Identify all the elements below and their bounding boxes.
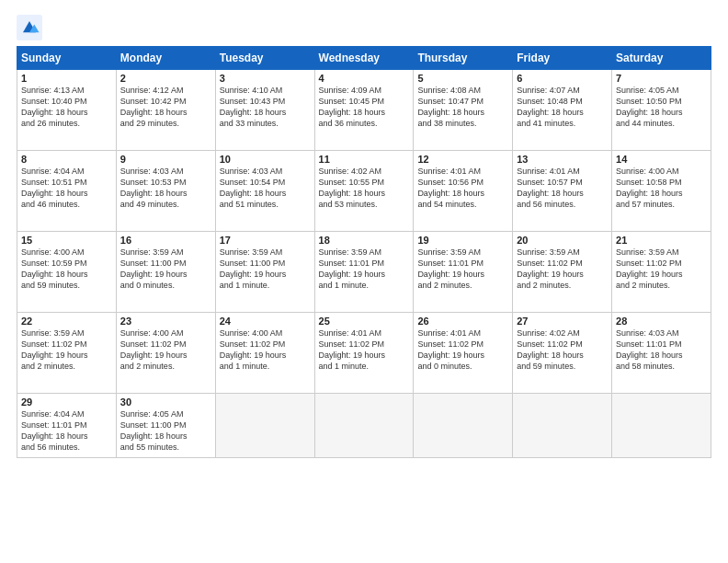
day-number: 2 xyxy=(120,73,211,84)
week-row-3: 15Sunrise: 4:00 AM Sunset: 10:59 PM Dayl… xyxy=(17,232,711,313)
calendar-cell: 4Sunrise: 4:09 AM Sunset: 10:45 PM Dayli… xyxy=(314,70,414,151)
day-info: Sunrise: 3:59 AM Sunset: 11:01 PM Daylig… xyxy=(417,247,508,292)
calendar: SundayMondayTuesdayWednesdayThursdayFrid… xyxy=(17,46,711,458)
calendar-cell: 23Sunrise: 4:00 AM Sunset: 11:02 PM Dayl… xyxy=(116,313,215,394)
calendar-cell: 17Sunrise: 3:59 AM Sunset: 11:00 PM Dayl… xyxy=(215,232,314,313)
day-number: 7 xyxy=(616,73,707,84)
day-number: 4 xyxy=(319,73,410,84)
day-info: Sunrise: 4:03 AM Sunset: 10:54 PM Daylig… xyxy=(220,166,311,211)
calendar-cell: 12Sunrise: 4:01 AM Sunset: 10:56 PM Dayl… xyxy=(414,151,513,232)
calendar-cell: 20Sunrise: 3:59 AM Sunset: 11:02 PM Dayl… xyxy=(513,232,612,313)
calendar-cell: 27Sunrise: 4:02 AM Sunset: 11:02 PM Dayl… xyxy=(513,313,612,394)
calendar-cell: 25Sunrise: 4:01 AM Sunset: 11:02 PM Dayl… xyxy=(314,313,414,394)
day-info: Sunrise: 3:59 AM Sunset: 11:00 PM Daylig… xyxy=(220,247,311,292)
day-info: Sunrise: 4:04 AM Sunset: 11:01 PM Daylig… xyxy=(21,408,112,454)
day-info: Sunrise: 4:09 AM Sunset: 10:45 PM Daylig… xyxy=(319,85,410,130)
calendar-cell: 3Sunrise: 4:10 AM Sunset: 10:43 PM Dayli… xyxy=(215,70,314,151)
calendar-cell: 1Sunrise: 4:13 AM Sunset: 10:40 PM Dayli… xyxy=(17,70,117,151)
weekday-header-sunday: Sunday xyxy=(17,47,117,70)
calendar-cell: 22Sunrise: 3:59 AM Sunset: 11:02 PM Dayl… xyxy=(17,313,117,394)
day-info: Sunrise: 4:13 AM Sunset: 10:40 PM Daylig… xyxy=(21,85,112,130)
day-number: 22 xyxy=(21,316,112,327)
weekday-header-tuesday: Tuesday xyxy=(215,47,314,70)
day-info: Sunrise: 4:02 AM Sunset: 11:02 PM Daylig… xyxy=(517,327,608,373)
calendar-cell: 5Sunrise: 4:08 AM Sunset: 10:47 PM Dayli… xyxy=(414,70,513,151)
calendar-cell: 15Sunrise: 4:00 AM Sunset: 10:59 PM Dayl… xyxy=(17,232,117,313)
calendar-cell: 16Sunrise: 3:59 AM Sunset: 11:00 PM Dayl… xyxy=(116,232,215,313)
day-info: Sunrise: 4:01 AM Sunset: 11:02 PM Daylig… xyxy=(319,327,410,373)
day-info: Sunrise: 4:05 AM Sunset: 10:50 PM Daylig… xyxy=(616,85,707,130)
day-info: Sunrise: 4:01 AM Sunset: 10:56 PM Daylig… xyxy=(417,166,508,211)
weekday-header-row: SundayMondayTuesdayWednesdayThursdayFrid… xyxy=(17,47,711,70)
calendar-cell xyxy=(414,394,513,458)
calendar-cell: 19Sunrise: 3:59 AM Sunset: 11:01 PM Dayl… xyxy=(414,232,513,313)
day-info: Sunrise: 4:07 AM Sunset: 10:48 PM Daylig… xyxy=(517,85,608,130)
calendar-cell: 7Sunrise: 4:05 AM Sunset: 10:50 PM Dayli… xyxy=(612,70,711,151)
week-row-4: 22Sunrise: 3:59 AM Sunset: 11:02 PM Dayl… xyxy=(17,313,711,394)
day-number: 10 xyxy=(220,154,311,165)
calendar-cell xyxy=(314,394,414,458)
day-info: Sunrise: 3:59 AM Sunset: 11:02 PM Daylig… xyxy=(21,327,112,373)
day-number: 28 xyxy=(616,316,707,327)
day-number: 13 xyxy=(517,154,608,165)
day-number: 11 xyxy=(319,154,410,165)
day-info: Sunrise: 4:00 AM Sunset: 11:02 PM Daylig… xyxy=(120,327,211,373)
day-number: 3 xyxy=(220,73,311,84)
day-info: Sunrise: 3:59 AM Sunset: 11:02 PM Daylig… xyxy=(616,247,707,292)
day-number: 23 xyxy=(120,316,211,327)
day-number: 9 xyxy=(120,154,211,165)
day-number: 15 xyxy=(21,235,112,246)
day-number: 14 xyxy=(616,154,707,165)
day-number: 16 xyxy=(120,235,211,246)
day-info: Sunrise: 4:12 AM Sunset: 10:42 PM Daylig… xyxy=(120,85,211,130)
day-number: 19 xyxy=(417,235,508,246)
day-number: 17 xyxy=(220,235,311,246)
calendar-cell: 6Sunrise: 4:07 AM Sunset: 10:48 PM Dayli… xyxy=(513,70,612,151)
day-info: Sunrise: 3:59 AM Sunset: 11:01 PM Daylig… xyxy=(319,247,410,292)
day-number: 6 xyxy=(517,73,608,84)
day-info: Sunrise: 4:00 AM Sunset: 10:58 PM Daylig… xyxy=(616,166,707,211)
calendar-cell: 11Sunrise: 4:02 AM Sunset: 10:55 PM Dayl… xyxy=(314,151,414,232)
day-number: 5 xyxy=(417,73,508,84)
calendar-cell xyxy=(215,394,314,458)
day-number: 26 xyxy=(417,316,508,327)
weekday-header-monday: Monday xyxy=(116,47,215,70)
week-row-2: 8Sunrise: 4:04 AM Sunset: 10:51 PM Dayli… xyxy=(17,151,711,232)
weekday-header-saturday: Saturday xyxy=(612,47,711,70)
day-info: Sunrise: 4:04 AM Sunset: 10:51 PM Daylig… xyxy=(21,166,112,211)
calendar-cell: 30Sunrise: 4:05 AM Sunset: 11:00 PM Dayl… xyxy=(116,394,215,458)
calendar-cell: 26Sunrise: 4:01 AM Sunset: 11:02 PM Dayl… xyxy=(414,313,513,394)
calendar-cell xyxy=(513,394,612,458)
page: SundayMondayTuesdayWednesdayThursdayFrid… xyxy=(0,0,728,563)
weekday-header-thursday: Thursday xyxy=(414,47,513,70)
day-info: Sunrise: 3:59 AM Sunset: 11:02 PM Daylig… xyxy=(517,247,608,292)
day-number: 25 xyxy=(319,316,410,327)
day-number: 29 xyxy=(21,396,112,408)
logo-icon xyxy=(17,15,42,40)
day-info: Sunrise: 4:05 AM Sunset: 11:00 PM Daylig… xyxy=(120,408,211,454)
week-row-1: 1Sunrise: 4:13 AM Sunset: 10:40 PM Dayli… xyxy=(17,70,711,151)
day-number: 12 xyxy=(417,154,508,165)
header xyxy=(17,15,711,40)
calendar-cell: 10Sunrise: 4:03 AM Sunset: 10:54 PM Dayl… xyxy=(215,151,314,232)
weekday-header-friday: Friday xyxy=(513,47,612,70)
day-info: Sunrise: 4:01 AM Sunset: 11:02 PM Daylig… xyxy=(417,327,508,373)
logo xyxy=(17,15,45,40)
day-number: 1 xyxy=(21,73,112,84)
weekday-header-wednesday: Wednesday xyxy=(314,47,414,70)
calendar-cell: 28Sunrise: 4:03 AM Sunset: 11:01 PM Dayl… xyxy=(612,313,711,394)
day-info: Sunrise: 4:00 AM Sunset: 11:02 PM Daylig… xyxy=(220,327,311,373)
day-number: 18 xyxy=(319,235,410,246)
calendar-cell xyxy=(612,394,711,458)
calendar-cell: 8Sunrise: 4:04 AM Sunset: 10:51 PM Dayli… xyxy=(17,151,117,232)
week-row-5: 29Sunrise: 4:04 AM Sunset: 11:01 PM Dayl… xyxy=(17,394,711,458)
day-number: 8 xyxy=(21,154,112,165)
calendar-cell: 9Sunrise: 4:03 AM Sunset: 10:53 PM Dayli… xyxy=(116,151,215,232)
day-info: Sunrise: 4:01 AM Sunset: 10:57 PM Daylig… xyxy=(517,166,608,211)
day-info: Sunrise: 4:08 AM Sunset: 10:47 PM Daylig… xyxy=(417,85,508,130)
day-number: 30 xyxy=(120,396,211,408)
calendar-cell: 24Sunrise: 4:00 AM Sunset: 11:02 PM Dayl… xyxy=(215,313,314,394)
day-info: Sunrise: 4:02 AM Sunset: 10:55 PM Daylig… xyxy=(319,166,410,211)
calendar-cell: 21Sunrise: 3:59 AM Sunset: 11:02 PM Dayl… xyxy=(612,232,711,313)
day-number: 21 xyxy=(616,235,707,246)
